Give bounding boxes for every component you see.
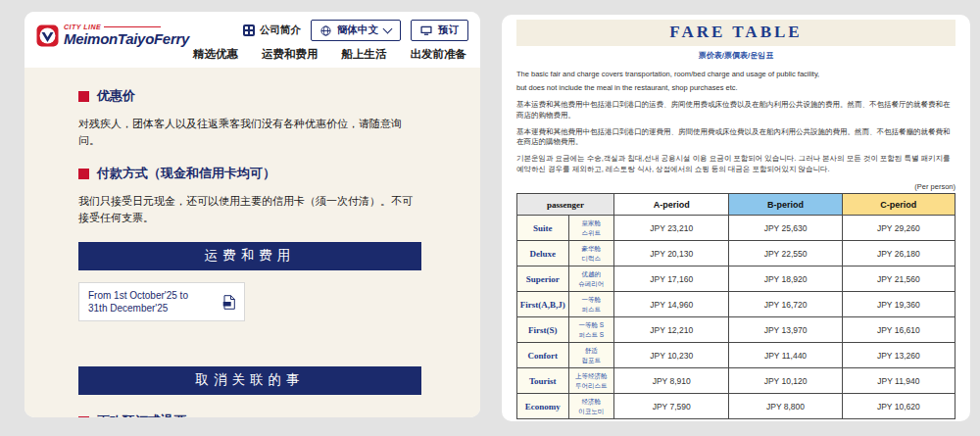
a-period-header: A-period xyxy=(614,194,729,216)
class-cn: 一等舱 S xyxy=(579,321,605,328)
class-i18n-cell: 优越的슈페리어 xyxy=(568,266,614,292)
payment-heading-label: 付款方式（现金和信用卡均可） xyxy=(97,165,275,182)
table-row: Deluxe 豪华舱디럭스 JPY 20,130 JPY 22,550 JPY … xyxy=(517,241,956,266)
class-kr: 퍼스트 xyxy=(582,306,602,313)
pdf-link-label: From 1st October'25 to 31th December'25 xyxy=(88,289,204,315)
language-label: 簡体中文 xyxy=(337,24,378,37)
table-row: Economy 经济舱이코노미 JPY 7,590 JPY 8,800 JPY … xyxy=(517,394,956,419)
main-nav: 精选优惠 运费和费用 船上生活 出发前准备 xyxy=(193,47,468,62)
class-name-cell: Confort xyxy=(517,343,569,368)
globe-icon xyxy=(320,25,331,36)
company-profile-link[interactable]: 公司简介 xyxy=(243,24,301,37)
intro-en-line2: but does not include the meal in the res… xyxy=(516,83,956,94)
red-square-icon xyxy=(78,91,89,102)
table-row: Tourist 上等经济舱투어리스트 JPY 8,910 JPY 10,120 … xyxy=(517,368,956,394)
header-utility-links: 公司简介 簡体中文 xyxy=(243,20,468,41)
class-cn: 优越的 xyxy=(582,270,602,277)
logo-cityline-label: CITY LINE xyxy=(64,24,189,30)
class-cn: 经济舱 xyxy=(582,398,602,405)
fare-c-cell: JPY 10,620 xyxy=(842,394,955,419)
fare-b-cell: JPY 25,630 xyxy=(729,216,842,241)
company-logo[interactable]: CITY LINE MeimonTaiyoFerry xyxy=(36,24,189,47)
class-cn: 豪华舱 xyxy=(582,245,602,252)
fare-b-cell: JPY 16,720 xyxy=(729,292,842,317)
class-i18n-cell: 一等舱 S퍼스트 S xyxy=(568,317,614,343)
table-row: First(S) 一等舱 S퍼스트 S JPY 12,210 JPY 13,97… xyxy=(517,317,956,343)
class-kr: 스위트 xyxy=(582,229,602,236)
site-header: CITY LINE MeimonTaiyoFerry 公司简介 簡体中文 xyxy=(24,12,480,68)
class-name-cell: Suite xyxy=(517,216,569,241)
intro-zh-traditional: 基本運費和其他費用中包括港口到港口的運費用、房間使用費或床位費以及在船內利用公共… xyxy=(516,127,956,149)
class-kr: 투어리스트 xyxy=(575,382,608,389)
class-name-cell: First(A,B,J) xyxy=(517,292,569,317)
booking-button[interactable]: 预订 xyxy=(411,20,468,41)
nav-item-onboard-life[interactable]: 船上生活 xyxy=(342,47,387,62)
red-square-icon xyxy=(78,416,89,418)
fare-c-cell: JPY 13,260 xyxy=(842,343,955,368)
fare-b-cell: JPY 18,920 xyxy=(729,266,842,292)
fare-c-cell: JPY 19,360 xyxy=(842,292,955,317)
fare-table-title: FARE TABLE xyxy=(516,20,956,46)
nav-item-before-departure[interactable]: 出发前准备 xyxy=(411,47,467,62)
nav-item-fares[interactable]: 运费和费用 xyxy=(262,47,318,62)
language-selector[interactable]: 簡体中文 xyxy=(311,20,401,41)
class-i18n-cell: 经济舱이코노미 xyxy=(568,394,614,419)
fare-a-cell: JPY 14,960 xyxy=(614,292,729,317)
change-booking-heading: 更改预订或退票 xyxy=(78,412,421,417)
fare-c-cell: JPY 11,940 xyxy=(842,368,955,394)
fare-a-cell: JPY 12,210 xyxy=(614,317,729,343)
discount-text: 对残疾人，团体客人以及往返乘客我们没有各种优惠价位，请随意询问。 xyxy=(78,116,421,148)
fare-a-cell: JPY 20,130 xyxy=(614,241,729,266)
class-name-cell: Tourist xyxy=(517,368,569,394)
table-header-row: passenger A-period B-period C-period xyxy=(517,194,956,216)
fare-c-cell: JPY 29,260 xyxy=(842,216,955,241)
class-cn: 一等舱 xyxy=(582,296,602,303)
logo-text: CITY LINE MeimonTaiyoFerry xyxy=(64,24,189,47)
class-i18n-cell: 上等经济舱투어리스트 xyxy=(568,368,614,394)
fare-intro: The basic fair and charge covers transpo… xyxy=(516,70,956,175)
fare-table-page: FARE TABLE 票价表/票價表/운임표 The basic fair an… xyxy=(502,15,970,421)
discount-heading: 优惠价 xyxy=(78,87,421,105)
table-row: Suite 皇家舱스위트 JPY 23,210 JPY 25,630 JPY 2… xyxy=(517,216,956,241)
monitor-icon xyxy=(420,25,432,36)
fare-a-cell: JPY 23,210 xyxy=(614,216,729,241)
c-period-header: C-period xyxy=(842,194,955,216)
class-name-cell: Economy xyxy=(517,394,569,419)
booking-label: 预订 xyxy=(438,24,459,37)
fare-b-cell: JPY 10,120 xyxy=(729,368,842,394)
fare-a-cell: JPY 7,590 xyxy=(614,394,729,419)
fare-c-cell: JPY 21,560 xyxy=(842,266,955,292)
fare-pdf-link[interactable]: From 1st October'25 to 31th December'25 xyxy=(78,282,245,321)
fare-b-cell: JPY 22,550 xyxy=(729,241,842,266)
fare-c-cell: JPY 26,180 xyxy=(842,241,955,266)
class-kr: 슈페리어 xyxy=(578,280,604,287)
fare-a-cell: JPY 10,230 xyxy=(614,343,729,368)
intro-korean: 기본운임과 요금에는 수송,객실과 침대,선내 공용시설 이용 요금이 포함되어… xyxy=(516,154,956,175)
page-content: 优惠价 对残疾人，团体客人以及往返乘客我们没有各种优惠价位，请随意询问。 付款方… xyxy=(24,68,480,417)
fare-a-cell: JPY 8,910 xyxy=(614,368,729,394)
company-profile-label: 公司简介 xyxy=(260,24,301,37)
change-booking-heading-label: 更改预订或退票 xyxy=(97,412,186,417)
payment-heading: 付款方式（现金和信用卡均可） xyxy=(78,165,421,182)
passenger-header: passenger xyxy=(517,194,614,216)
ferry-site-page: CITY LINE MeimonTaiyoFerry 公司简介 簡体中文 xyxy=(24,12,480,417)
class-i18n-cell: 皇家舱스위트 xyxy=(568,216,614,241)
b-period-header: B-period xyxy=(729,194,842,216)
class-cn: 上等经济舱 xyxy=(575,372,608,379)
fare-table: passenger A-period B-period C-period Sui… xyxy=(516,193,956,419)
class-name-cell: Deluxe xyxy=(517,241,569,266)
logo-brand-label: MeimonTaiyoFerry xyxy=(64,30,189,47)
class-i18n-cell: 舒适컴포트 xyxy=(568,343,614,368)
nav-item-offers[interactable]: 精选优惠 xyxy=(193,47,238,62)
class-name-cell: Superior xyxy=(517,266,569,292)
fare-b-cell: JPY 11,440 xyxy=(729,343,842,368)
table-row: First(A,B,J) 一等舱퍼스트 JPY 14,960 JPY 16,72… xyxy=(517,292,956,317)
class-i18n-cell: 豪华舱디럭스 xyxy=(568,241,614,266)
intro-en-line1: The basic fair and charge covers transpo… xyxy=(516,70,956,80)
table-row: Confort 舒适컴포트 JPY 10,230 JPY 11,440 JPY … xyxy=(517,343,956,368)
cancellation-banner: 取消关联的事 xyxy=(78,366,421,395)
discount-heading-label: 优惠价 xyxy=(97,87,135,105)
pdf-icon xyxy=(222,295,235,310)
class-kr: 컴포트 xyxy=(582,357,602,363)
grid-icon xyxy=(243,24,255,36)
